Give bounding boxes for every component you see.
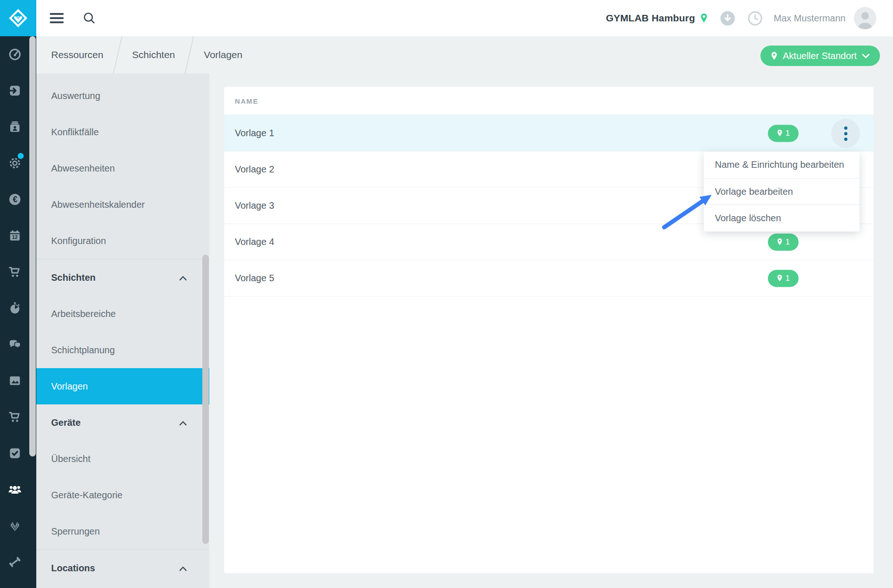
menu-item-vorlage-bearbeiten[interactable]: Vorlage bearbeiten	[704, 178, 860, 205]
header-right-cluster: GYMLAB Hamburg Max Mustermann	[606, 0, 876, 36]
sidebar-item-health-dots-icon[interactable]	[0, 508, 29, 544]
location-count-badge: 1	[768, 233, 799, 251]
search-icon[interactable]	[82, 11, 97, 26]
breadcrumb-item-vorlagen[interactable]: Vorlagen	[204, 49, 242, 60]
table-header-row: Name	[224, 87, 873, 115]
brand-logo[interactable]	[0, 0, 36, 36]
breadcrumb-separator	[185, 36, 194, 73]
nav-item-label: Locations	[51, 563, 179, 574]
nav-item-konfiguration[interactable]: Konfiguration	[36, 223, 209, 259]
nav-section-geräte[interactable]: Geräte	[36, 404, 209, 441]
nav-item-label: Auswertung	[51, 91, 187, 101]
sidebar-item-stopwatch-icon[interactable]	[0, 290, 29, 326]
nav-item-sperrungen[interactable]: Sperrungen	[36, 513, 209, 549]
nav-item-label: Sperrungen	[51, 526, 187, 537]
menu-item-name-einrichtung-bearbeiten[interactable]: Name & Einrichtung bearbeiten	[704, 152, 860, 178]
chevron-up-icon	[179, 566, 187, 571]
clock-icon[interactable]	[747, 11, 763, 26]
sidebar-item-chat-icon[interactable]	[0, 326, 29, 363]
sidebar-item-dumbbell-icon[interactable]	[0, 544, 29, 580]
breadcrumb-separator	[113, 36, 122, 73]
location-count: 1	[786, 238, 790, 247]
sidebar-item-members-icon[interactable]	[0, 471, 29, 508]
nav-item-label: Geräte-Kategorie	[51, 490, 187, 501]
location-count-badge: 1	[768, 125, 799, 142]
svg-text:€: €	[13, 195, 17, 204]
row-context-menu: Name & Einrichtung bearbeitenVorlage bea…	[704, 152, 860, 231]
sidebar-item-settings-gear-icon[interactable]	[0, 145, 29, 181]
nav-item-abwesenheitskalender[interactable]: Abwesenheitskalender	[36, 186, 209, 223]
sidebar-item-dashboard-gauge-icon[interactable]	[0, 36, 29, 73]
nav-item-vorlagen[interactable]: Vorlagen	[36, 368, 209, 404]
nav-item-schichtplanung[interactable]: Schichtplanung	[36, 332, 209, 368]
nav-item-label: Vorlagen	[51, 381, 187, 392]
column-header-name: Name	[235, 97, 259, 105]
table-row-vorlage-5[interactable]: Vorlage 51	[224, 260, 873, 297]
template-name: Vorlage 5	[235, 273, 274, 284]
nav-item-label: Abwesenheitskalender	[51, 199, 187, 210]
template-name: Vorlage 4	[235, 237, 274, 247]
chevron-up-icon	[179, 421, 187, 426]
location-count: 1	[786, 274, 790, 283]
diamond-logo-icon	[7, 7, 29, 29]
nav-item-label: Konfliktfälle	[51, 127, 187, 138]
top-header: GYMLAB Hamburg Max Mustermann	[0, 0, 893, 36]
nav-item-geräte-kategorie[interactable]: Geräte-Kategorie	[36, 477, 209, 513]
location-count-badge: 1	[768, 270, 799, 287]
nav-item-übersicht[interactable]: Übersicht	[36, 441, 209, 477]
row-actions-kebab-icon[interactable]	[831, 119, 860, 148]
nav-item-label: Abwesenheiten	[51, 163, 187, 174]
table-row-vorlage-1[interactable]: Vorlage 11	[224, 115, 873, 152]
chevron-up-icon	[179, 276, 187, 281]
avatar[interactable]	[854, 7, 876, 29]
sidebar-item-contacts-icon[interactable]	[0, 109, 29, 145]
breadcrumb-item-schichten[interactable]: Schichten	[132, 49, 175, 60]
nav-item-label: Übersicht	[51, 454, 187, 464]
location-pin-icon	[777, 130, 783, 137]
location-pin-icon	[771, 52, 778, 60]
sidebar-item-gallery-icon[interactable]	[0, 363, 29, 399]
chevron-down-icon	[862, 53, 870, 59]
current-location-label: GYMLAB Hamburg	[606, 13, 695, 24]
location-pin-icon	[777, 275, 783, 282]
secondary-nav: AuswertungKonfliktfälleAbwesenheitenAbwe…	[36, 73, 209, 588]
sidebar-item-tasks-check-icon[interactable]	[0, 435, 29, 471]
sidebar-item-checkout-cart-icon[interactable]	[0, 399, 29, 435]
nav-scrollbar-thumb[interactable]	[202, 255, 209, 544]
current-location-button[interactable]: Aktueller Standort	[760, 46, 880, 66]
menu-toggle-icon[interactable]	[50, 13, 64, 23]
menu-item-vorlage-löschen[interactable]: Vorlage löschen	[704, 205, 860, 231]
nav-section-locations[interactable]: Locations	[36, 550, 209, 586]
download-icon[interactable]	[720, 11, 735, 26]
location-pin-icon	[777, 238, 783, 246]
nav-item-label: Schichten	[51, 272, 179, 283]
template-name: Vorlage 3	[235, 200, 274, 211]
user-name-label: Max Mustermann	[774, 13, 846, 24]
nav-item-label: Geräte	[51, 417, 179, 428]
nav-section-schichten[interactable]: Schichten	[36, 259, 209, 296]
location-button-label: Aktueller Standort	[783, 51, 857, 61]
icon-sidebar: €12	[0, 36, 36, 588]
location-count: 1	[786, 129, 790, 138]
template-name: Vorlage 2	[235, 164, 274, 175]
sidebar-item-euro-icon[interactable]: €	[0, 181, 29, 218]
nav-item-label: Schichtplanung	[51, 345, 187, 356]
sidebar-item-sign-in-icon[interactable]	[0, 73, 29, 109]
sidebar-item-calendar-12-icon[interactable]: 12	[0, 218, 29, 254]
template-name: Vorlage 1	[235, 128, 274, 139]
location-pin-icon	[700, 13, 708, 23]
nav-item-abwesenheiten[interactable]: Abwesenheiten	[36, 150, 209, 186]
nav-item-auswertung[interactable]: Auswertung	[36, 78, 209, 114]
breadcrumb-item-ressourcen[interactable]: Ressourcen	[51, 49, 103, 60]
app-window: GYMLAB Hamburg Max Mustermann Ressourcen…	[0, 0, 893, 588]
nav-item-konfliktfälle[interactable]: Konfliktfälle	[36, 114, 209, 150]
nav-item-label: Arbeitsbereiche	[51, 309, 187, 319]
nav-item-label: Konfiguration	[51, 236, 187, 246]
notification-dot	[18, 153, 24, 159]
sidebar-scrollbar-thumb[interactable]	[29, 36, 36, 456]
sidebar-item-shop-cart-icon[interactable]	[0, 254, 29, 290]
nav-item-arbeitsbereiche[interactable]: Arbeitsbereiche	[36, 296, 209, 332]
svg-text:12: 12	[12, 234, 18, 240]
